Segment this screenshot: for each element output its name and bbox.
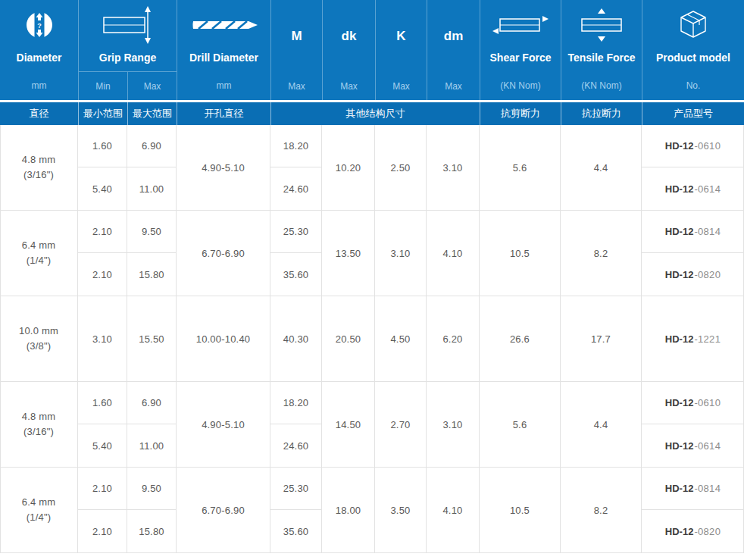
column-header-dm: dm Max [427,0,480,101]
dm-max-cell: 3.10 [427,125,480,210]
subheader-product: 产品型号 [642,102,744,125]
dk-max-cell: 10.20 [322,125,375,210]
row-group-6.4mm-a: 6.4 mm (1/4") 2.10 9.50 6.70-6.90 25.30 … [0,211,744,296]
column-unit-shear-force: (KN Nom) [480,71,561,100]
product-model-cell: HD-12-0614 [642,167,744,210]
column-header-k: K Max [375,0,427,101]
drill-bit-icon [177,0,270,50]
column-header-m: M Max [270,0,322,101]
model-prefix: HD-12 [665,397,694,408]
svg-text:?: ? [37,22,42,30]
tensile-force-cell: 17.7 [561,296,642,381]
grip-min-cell: 2.10 [78,253,127,296]
column-header-tensile-force: Tensile Force (KN Nom) [561,0,642,101]
column-title-tensile-force: Tensile Force [561,50,642,71]
column-header-product-model: Product model No. [642,0,744,101]
diameter-cell: 6.4 mm (1/4") [0,211,78,296]
grip-min-cell: 5.40 [78,424,127,467]
grip-max-cell: 9.50 [127,468,177,510]
column-title-dm: dm [427,0,480,72]
diameter-mm: 10.0 mm [19,324,58,339]
diameter-cell: 4.8 mm (3/16") [0,382,78,467]
shear-force-cell: 5.6 [480,125,561,210]
grip-max-cell: 15.80 [127,510,177,552]
column-title-shear-force: Shear Force [480,50,561,71]
diameter-cell: 6.4 mm (1/4") [0,468,78,552]
m-max-cell: 24.60 [270,167,322,210]
k-max-cell: 4.50 [375,296,427,381]
model-suffix: -0820 [694,526,721,537]
tensile-force-icon [561,0,642,50]
model-suffix: -1221 [694,333,721,345]
product-model-cell: HD-12-0820 [642,510,744,552]
grip-max-cell: 9.50 [127,211,177,253]
m-max-cell: 35.60 [270,510,322,552]
grip-min-cell: 2.10 [78,468,127,510]
drill-diameter-cell: 4.90-5.10 [177,125,270,210]
grip-range-icon [79,0,177,50]
shear-force-icon [480,0,561,50]
column-header-dk: dk Max [322,0,375,101]
row-group-4.8mm-a: 4.8 mm (3/16") 1.60 6.90 4.90-5.10 18.20… [0,125,744,211]
column-title-k: K [376,0,427,72]
column-unit-product-model: No. [642,71,744,100]
product-box-icon [642,0,744,50]
column-header-grip-range: Grip Range Min Max [78,0,177,101]
row-group-4.8mm-b: 4.8 mm (3/16") 1.60 6.90 4.90-5.10 18.20… [0,382,744,468]
dk-max-cell: 14.50 [322,382,375,467]
diameter-inch: (3/16") [23,167,54,183]
drill-diameter-cell: 10.00-10.40 [177,296,270,381]
subheader-drill: 开孔直径 [177,102,270,125]
model-prefix: HD-12 [665,269,694,280]
rivet-spec-table: ? Diameter mm Grip Range Min Max [0,0,744,553]
model-suffix: -0610 [694,397,721,408]
subheader-other-dimensions: 其他结构尺寸 [270,102,480,125]
model-suffix: -0614 [694,183,721,195]
column-title-m: M [271,0,322,72]
grip-max-cell: 6.90 [127,125,177,167]
m-max-cell: 24.60 [270,424,322,467]
product-model-cell: HD-12-0610 [642,382,744,424]
model-prefix: HD-12 [665,483,694,494]
grip-min-cell: 5.40 [78,167,127,210]
diameter-inch: (3/8") [27,339,52,354]
diameter-inch: (3/16") [23,424,54,440]
tensile-force-cell: 8.2 [561,211,642,296]
model-suffix: -0820 [694,269,721,280]
column-title-product-model: Product model [642,50,744,71]
table-body: 4.8 mm (3/16") 1.60 6.90 4.90-5.10 18.20… [0,125,744,553]
product-model-cell: HD-12-0610 [642,125,744,167]
model-prefix: HD-12 [665,140,694,152]
diameter-cell: 10.0 mm (3/8") [0,296,78,381]
column-header-diameter: ? Diameter mm [0,0,78,101]
grip-max-cell: 15.80 [127,253,177,296]
grip-min-cell: 1.60 [78,125,127,167]
shear-force-cell: 10.5 [480,468,561,552]
grip-max-cell: 6.90 [127,382,177,424]
m-max-cell: 40.30 [270,296,322,381]
column-unit-diameter: mm [0,71,78,100]
column-header-drill-diameter: Drill Diameter mm [177,0,270,101]
model-prefix: HD-12 [665,333,694,345]
grip-minmax-row: Min Max [79,71,177,101]
k-max-cell: 3.10 [375,211,427,296]
diameter-inch: (1/4") [27,253,52,268]
model-prefix: HD-12 [665,526,694,537]
product-model-cell: HD-12-0820 [642,253,744,296]
column-unit-m: Max [271,72,322,101]
dm-max-cell: 4.10 [427,211,480,296]
column-unit-drill-diameter: mm [177,71,270,100]
table-header-row: ? Diameter mm Grip Range Min Max [0,0,744,102]
m-max-cell: 35.60 [270,253,322,296]
model-prefix: HD-12 [665,183,694,195]
drill-diameter-cell: 6.70-6.90 [177,211,270,296]
column-title-diameter: Diameter [0,50,78,71]
column-title-drill-diameter: Drill Diameter [177,50,270,71]
drill-diameter-cell: 6.70-6.90 [177,468,270,552]
model-suffix: -0614 [694,440,721,452]
grip-max-label: Max [127,72,177,101]
product-model-cell: HD-12-1221 [642,296,744,381]
m-max-cell: 25.30 [270,468,322,510]
table-subheader-row: 直径 最小范围 最大范围 开孔直径 其他结构尺寸 抗剪断力 抗拉断力 产品型号 [0,102,744,125]
shear-force-cell: 10.5 [480,211,561,296]
